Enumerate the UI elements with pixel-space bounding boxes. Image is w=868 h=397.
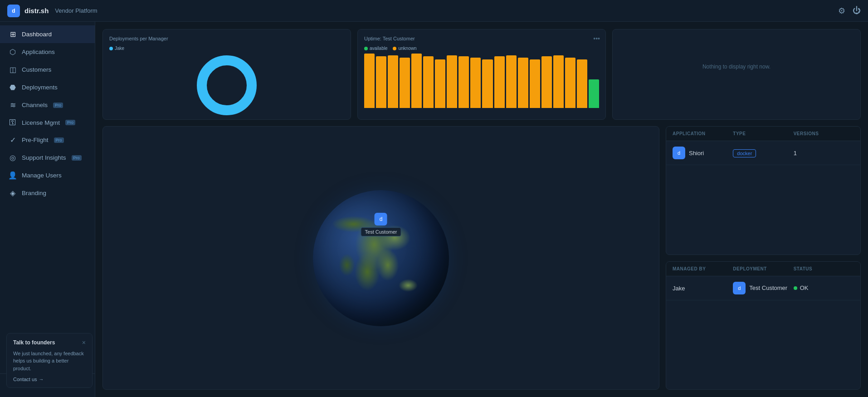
bar-3 [400,58,410,108]
status-text: OK [800,284,809,291]
bar-12 [506,55,517,108]
brand-sub: Vendor Platform [55,7,97,14]
toast-close-button[interactable]: × [82,339,86,346]
bar-13 [518,58,528,108]
table-row: Jake d Test Customer OK [666,276,860,300]
deployment-name: Test Customer [749,284,787,291]
uptime-bar-chart [364,54,599,108]
bar-10 [482,59,493,108]
third-panel: Nothing to display right now. [612,29,861,120]
toast-header: Talk to founders × [13,339,86,346]
managed-by-cell: Jake [673,284,733,292]
sidebar-item-customers[interactable]: ◫ Customers [0,61,95,78]
bar-4 [411,54,422,108]
deployments-panel-title: Deployments per Manager [109,36,344,41]
managed-col-deployment: DEPLOYMENT [733,266,793,271]
legend-jake-dot [109,47,113,50]
app-name-cell: d Shiori [673,147,733,159]
apps-table: APPLICATION TYPE VERSIONS d Shiori docke… [666,126,861,255]
power-icon[interactable]: ⏻ [853,6,861,15]
sidebar-label-applications: Applications [22,49,55,55]
pro-badge-channels: Pro [53,103,63,108]
sidebar-icon-license_mgmt: ⚿ [8,118,17,127]
bar-17 [565,58,575,108]
apps-col-type: TYPE [733,131,793,136]
apps-table-header: APPLICATION TYPE VERSIONS [666,127,860,141]
pro-badge-license_mgmt: Pro [65,120,75,125]
managed-col-by: MANAGED BY [673,266,733,271]
bar-19 [589,79,599,108]
managed-table-header: MANAGED BY DEPLOYMENT STATUS [666,262,860,276]
more-options-button[interactable]: ••• [593,35,600,42]
table-row: d Shiori docker 1 [666,141,860,165]
deployment-icon: d [733,282,746,294]
top-panels: Deployments per Manager Jake Uptime: Te [102,29,861,120]
logo-icon: d [7,5,20,17]
uptime-legend: available unknown [364,46,599,51]
sidebar-item-deployments[interactable]: ⬣ Deployments [0,78,95,96]
toast-title: Talk to founders [13,339,55,346]
sidebar-icon-dashboard: ⊞ [8,30,17,39]
bar-9 [470,58,481,108]
sidebar-item-applications[interactable]: ⬡ Applications [0,43,95,61]
pin-label: Test Customer [361,227,401,236]
app-type-cell: docker [733,149,793,157]
map-pin: d Test Customer [361,213,401,236]
bar-11 [494,56,505,108]
sidebar-label-deployments: Deployments [22,84,58,91]
sidebar-item-dashboard[interactable]: ⊞ Dashboard [0,25,95,43]
sidebar-icon-customers: ◫ [8,65,17,74]
svg-point-1 [208,66,246,104]
deployment-cell: d Test Customer [733,282,793,294]
donut-chart [109,54,344,117]
deployments-legend: Jake [109,46,344,51]
sidebar-icon-applications: ⬡ [8,48,17,56]
bar-16 [553,55,564,108]
topbar-left: d distr.sh Vendor Platform [7,5,98,17]
sidebar-label-support_insights: Support Insights [22,154,66,161]
bar-2 [388,55,398,108]
right-panels: APPLICATION TYPE VERSIONS d Shiori docke… [666,126,861,390]
nothing-text: Nothing to display right now. [619,36,854,98]
legend-available: available [364,46,387,51]
legend-available-dot [364,47,368,50]
toast-link[interactable]: Contact us → [13,377,86,382]
sidebar-item-pre_flight[interactable]: ✓ Pre-Flight Pro [0,131,95,149]
sidebar-label-channels: Channels [22,102,48,108]
uptime-panel-title: Uptime: Test Customer [364,36,599,41]
app-name-shiori: Shiori [689,150,704,157]
sidebar-label-branding: Branding [22,190,46,196]
bar-15 [541,56,552,108]
sidebar-item-branding[interactable]: ◈ Branding [0,184,95,202]
topbar-right: ⚙ ⏻ [838,6,861,16]
managed-col-status: STATUS [794,266,854,271]
status-dot [794,286,797,290]
app-icon-shiori: d [673,147,685,159]
docker-badge: docker [733,149,756,157]
bar-18 [577,59,587,108]
sidebar-label-dashboard: Dashboard [22,31,52,38]
sidebar-item-channels[interactable]: ≋ Channels Pro [0,96,95,114]
legend-unknown: unknown [393,46,416,51]
sidebar-icon-support_insights: ◎ [8,153,17,162]
topbar: d distr.sh Vendor Platform ⚙ ⏻ [0,0,868,22]
sidebar-label-manage_users: Manage Users [22,172,62,179]
sidebar-icon-channels: ≋ [8,101,17,109]
pro-badge-support_insights: Pro [72,155,82,161]
bar-8 [458,56,469,108]
sidebar-icon-branding: ◈ [8,189,17,197]
sidebar-item-license_mgmt[interactable]: ⚿ License Mgmt Pro [0,114,95,131]
bar-1 [376,56,386,108]
sidebar-item-support_insights[interactable]: ◎ Support Insights Pro [0,149,95,167]
sidebar-icon-deployments: ⬣ [8,83,17,92]
sidebar-item-manage_users[interactable]: 👤 Manage Users [0,167,95,184]
settings-icon[interactable]: ⚙ [838,6,845,16]
globe [313,190,449,326]
uptime-panel: Uptime: Test Customer ••• available unkn… [357,29,606,120]
toast: Talk to founders × We just launched, any… [6,333,93,388]
app-versions-cell: 1 [794,150,854,157]
pin-icon: d [375,213,387,225]
toast-body: We just launched, any feedback helps us … [13,350,86,372]
contact-us-text: Contact us [13,377,37,382]
bar-0 [364,54,375,108]
